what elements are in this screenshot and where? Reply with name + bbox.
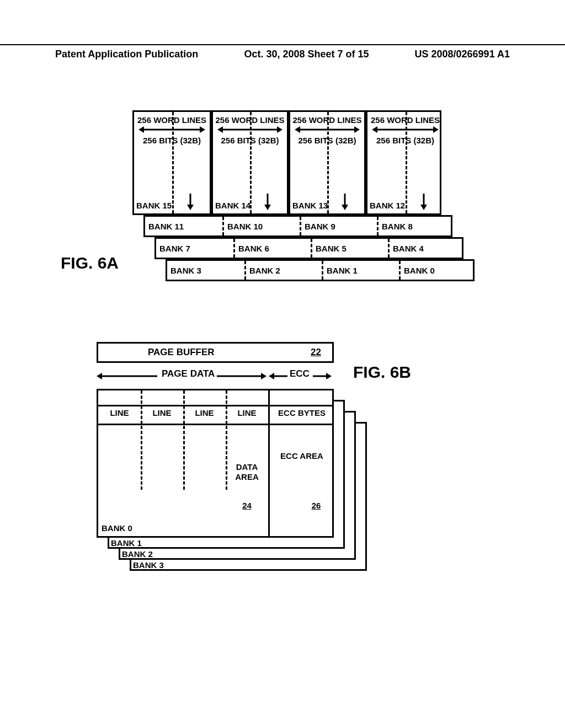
figure-6b: PAGE BUFFER 22 PAGE DATA ECC LINE LINE L…: [97, 342, 461, 607]
page-buffer-label: PAGE BUFFER: [148, 347, 215, 358]
bank-label: BANK 12: [370, 201, 405, 210]
bank-label: BANK 11: [148, 222, 184, 231]
hdarrow-icon: [295, 126, 360, 133]
page-buffer-ref: 22: [311, 347, 321, 358]
bank-label: BANK 3: [170, 266, 201, 275]
ecc-label: ECC: [290, 368, 310, 379]
ecc-area-ref: 26: [302, 501, 330, 510]
bank-label: BANK 2: [122, 549, 153, 559]
bank-layer-4: BANK 3 BANK 2 BANK 1 BANK 0: [166, 259, 475, 281]
figure-6a-label: FIG. 6A: [61, 254, 119, 272]
hdarrow-icon: [372, 126, 439, 133]
bank-label: BANK 9: [305, 222, 335, 231]
bank-label: BANK 4: [393, 244, 424, 253]
bank-layer-top: 256 WORD LINES 256 BITS (32B) BANK 15 25…: [132, 110, 441, 215]
line-label: LINE: [141, 408, 183, 417]
bank-label: BANK 2: [249, 266, 280, 275]
bank-label: BANK 5: [316, 244, 347, 253]
ecc-bytes-label: ECC BYTES: [268, 408, 335, 417]
bank-layer-2: BANK 11 BANK 10 BANK 9 BANK 8: [143, 215, 452, 237]
bank-label: BANK 3: [133, 560, 164, 570]
page-buffer-box: PAGE BUFFER 22: [97, 342, 334, 363]
bank-label: BANK 8: [382, 222, 413, 231]
ecc-area-label: ECC AREA: [268, 451, 335, 461]
figure-6a: 256 WORD LINES 256 BITS (32B) BANK 15 25…: [132, 110, 475, 281]
data-area-label: DATA AREA: [226, 462, 268, 482]
hdarrow-icon: [217, 126, 282, 133]
bank-label: BANK 1: [111, 538, 142, 548]
bank-label: BANK 1: [327, 266, 358, 275]
bank-label: BANK 7: [159, 244, 190, 253]
hdarrow-icon: [138, 126, 205, 133]
bank-label: BANK 6: [238, 244, 269, 253]
page-data-label: PAGE DATA: [162, 368, 215, 379]
line-label: LINE: [98, 408, 141, 417]
line-label: LINE: [226, 408, 268, 417]
header-mid: Oct. 30, 2008 Sheet 7 of 15: [244, 49, 369, 60]
arrow-right-icon: [217, 373, 266, 379]
page-data-ecc-row: PAGE DATA ECC: [97, 367, 334, 382]
bank-label: BANK 14: [215, 201, 250, 210]
bank-label: BANK 0: [102, 523, 132, 533]
data-area-ref: 24: [226, 501, 268, 510]
figure-6b-label: FIG. 6B: [353, 363, 411, 382]
arrow-left-icon: [97, 373, 157, 379]
header-right: US 2008/0266991 A1: [415, 49, 510, 60]
bank-layer-3: BANK 7 BANK 6 BANK 5 BANK 4: [154, 237, 463, 259]
header-left: Patent Application Publication: [55, 49, 198, 60]
bank-label: BANK 13: [292, 201, 328, 210]
bank-label: BANK 0: [404, 266, 435, 275]
bank-label: BANK 10: [227, 222, 263, 231]
vdarrow-icon: [264, 194, 271, 210]
vdarrow-icon: [420, 194, 428, 210]
page-header: Patent Application Publication Oct. 30, …: [0, 44, 565, 60]
line-label: LINE: [183, 408, 226, 417]
arrow-right-icon: [313, 373, 332, 379]
bank-label: BANK 15: [136, 201, 172, 210]
vdarrow-icon: [186, 194, 194, 210]
bank-box-0: LINE LINE LINE LINE ECC BYTES DATA AREA …: [97, 389, 334, 538]
arrow-left-icon: [269, 373, 287, 379]
vdarrow-icon: [341, 194, 349, 210]
